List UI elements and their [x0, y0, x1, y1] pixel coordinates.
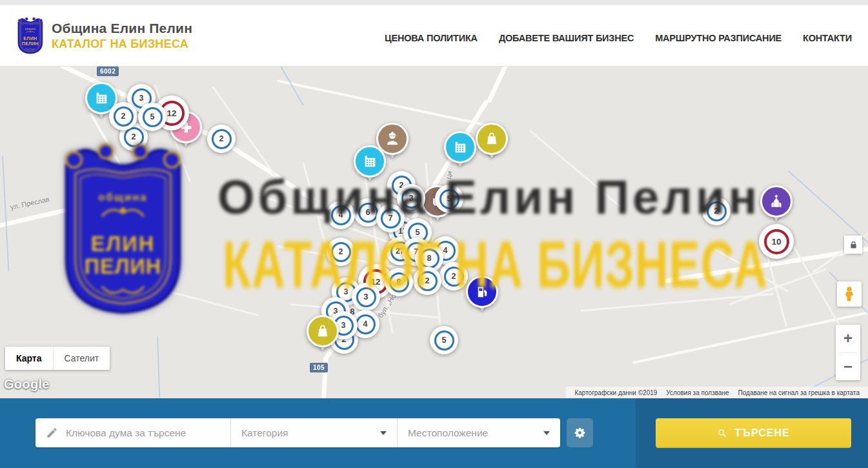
cluster-count: 8: [419, 249, 439, 269]
pin-circle: [354, 145, 386, 178]
watermark-title: Община Елин Пелин: [217, 174, 760, 221]
map-type-control: Карта Сателит: [5, 347, 110, 370]
map-water-line: [2, 156, 9, 272]
cluster-marker[interactable]: 2: [439, 262, 468, 290]
attribution-terms-link[interactable]: Условия за ползване: [661, 389, 733, 396]
cluster-marker[interactable]: 2: [413, 267, 441, 295]
map-canvas[interactable]: 6002105ул. Преславбул. „Новоселци“ци 221…: [0, 66, 868, 398]
cluster-count: 2: [418, 271, 438, 291]
keyword-field[interactable]: [35, 418, 230, 447]
search-button-label: ТЪРСЕНЕ: [734, 427, 789, 439]
pin-circle: [444, 131, 476, 163]
gear-icon: [573, 426, 587, 440]
cluster-marker[interactable]: 3: [352, 283, 380, 311]
attribution-copyright: Картографски данни ©2019: [570, 389, 661, 396]
cluster-count: 3: [401, 188, 421, 209]
cluster-count: 8: [389, 272, 409, 292]
street-view-pegman-button[interactable]: [837, 281, 862, 307]
cluster-count: 2: [707, 201, 727, 221]
location-dropdown-value: Местоположение: [408, 427, 488, 439]
shopping-bag-icon: [483, 130, 500, 147]
pencil-icon: [46, 427, 58, 439]
cluster-marker[interactable]: 2: [702, 197, 731, 225]
cluster-count: 2: [331, 242, 351, 262]
cluster-count: 4: [356, 314, 376, 334]
main-nav: ЦЕНОВА ПОЛИТИКА ДОБАВЕТЕ ВАШИЯТ БИЗНЕС М…: [385, 28, 852, 43]
cluster-marker[interactable]: 2: [109, 102, 137, 130]
cluster-marker[interactable]: 5: [430, 326, 458, 354]
advanced-settings-button[interactable]: [567, 418, 593, 447]
attribution-report-link[interactable]: Подаване на сигнал за грешка в картата: [734, 389, 864, 396]
nav-item-bus-schedule[interactable]: МАРШРУТНО РАЗПИСАНИЕ: [655, 33, 782, 43]
map-water-line: [157, 336, 160, 398]
cluster-count: 2: [114, 107, 134, 127]
cluster-marker[interactable]: 7: [376, 204, 405, 232]
map-type-map-button[interactable]: Карта: [5, 347, 53, 370]
pin-circle: [466, 276, 498, 308]
cluster-marker[interactable]: 8: [385, 268, 413, 296]
lock-button[interactable]: [844, 236, 862, 254]
pin-marker-fuel[interactable]: [466, 276, 498, 308]
worker-icon: [384, 130, 401, 147]
cluster-count: 6: [358, 203, 378, 223]
map-road-line: [632, 310, 868, 364]
category-dropdown[interactable]: Категория: [230, 418, 397, 447]
lock-icon: [849, 240, 858, 250]
factory-icon: [94, 90, 110, 107]
map-road-line: [97, 271, 259, 316]
nav-item-pricing[interactable]: ЦЕНОВА ПОЛИТИКА: [385, 33, 478, 43]
map-type-satellite-button[interactable]: Сателит: [53, 347, 110, 370]
factory-icon: [452, 139, 469, 156]
map-road-line: [581, 293, 774, 312]
nav-item-contacts[interactable]: КОНТАКТИ: [803, 33, 852, 43]
pin-circle: [476, 123, 508, 155]
cluster-marker[interactable]: 3: [397, 184, 425, 212]
pegman-icon: [841, 286, 858, 303]
cluster-marker[interactable]: 4: [327, 201, 355, 229]
map-road-line: [729, 268, 827, 305]
pin-marker-factory[interactable]: [444, 131, 476, 163]
category-dropdown-value: Категория: [241, 427, 288, 439]
search-fields: Категория Местоположение: [35, 418, 560, 447]
cluster-marker[interactable]: 2: [327, 238, 355, 266]
cluster-marker[interactable]: 5: [435, 185, 463, 213]
map-road-line: [278, 79, 487, 127]
zoom-out-button[interactable]: −: [836, 353, 860, 381]
search-icon: [717, 428, 728, 439]
zoom-control: + −: [836, 325, 860, 380]
cluster-count: 7: [381, 209, 401, 229]
zoom-in-button[interactable]: +: [836, 325, 860, 352]
cluster-count: 5: [434, 331, 454, 351]
map-road-line: [221, 139, 316, 203]
cluster-count: 5: [439, 189, 459, 209]
map-road-line: [303, 162, 341, 300]
cluster-marker[interactable]: 2: [207, 125, 236, 153]
coat-of-arms-icon: [15, 16, 45, 55]
factory-icon: [362, 154, 378, 170]
pin-marker-church[interactable]: [760, 185, 792, 218]
map-attribution: Картографски данни ©2019 Условия за полз…: [566, 387, 868, 398]
pin-circle: [760, 185, 792, 218]
cluster-count: 4: [331, 205, 351, 225]
nav-item-add-business[interactable]: ДОБАВЕТЕ ВАШИЯТ БИЗНЕС: [499, 33, 634, 43]
keyword-search-input[interactable]: [66, 427, 220, 439]
cluster-count: 3: [356, 287, 376, 307]
pin-marker-bag[interactable]: [307, 315, 339, 347]
cluster-count: 2: [444, 267, 464, 287]
page-top-strip: [0, 0, 868, 5]
map-road-line: [529, 129, 629, 213]
site-header: Община Елин Пелин КАТАЛОГ НА БИЗНЕСА ЦЕН…: [0, 5, 868, 66]
cluster-count: 10: [764, 229, 789, 254]
location-dropdown[interactable]: Местоположение: [397, 418, 560, 447]
pin-marker-bag[interactable]: [476, 123, 508, 155]
cluster-marker[interactable]: 5: [138, 103, 167, 131]
search-button[interactable]: ТЪРСЕНЕ: [656, 418, 851, 448]
street-label: ци: [444, 170, 453, 180]
pin-marker-factory[interactable]: [354, 145, 386, 178]
google-logo[interactable]: Google: [4, 377, 50, 392]
cluster-marker[interactable]: 10: [759, 224, 794, 259]
road-number-badge: 6002: [97, 66, 119, 76]
municipality-logo[interactable]: Община Елин Пелин КАТАЛОГ НА БИЗНЕСА: [15, 16, 192, 55]
map-road-line: [487, 66, 515, 103]
site-title: Община Елин Пелин: [52, 21, 192, 36]
